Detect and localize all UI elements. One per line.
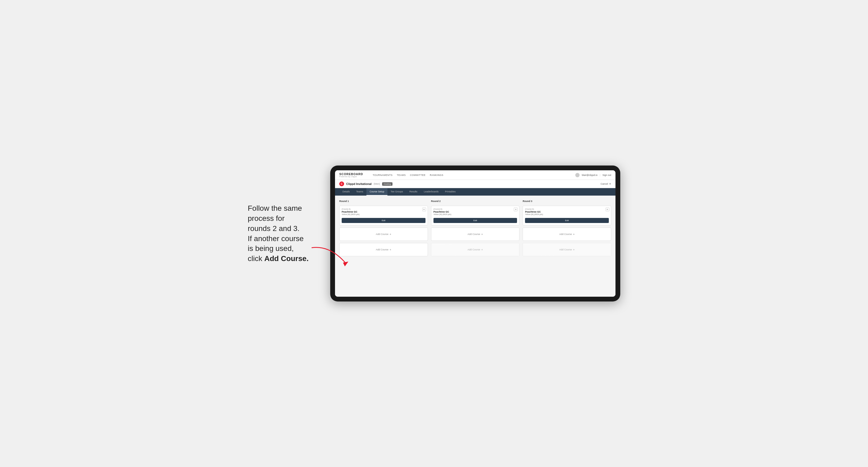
round-3-course-details: Yellow (M) (6629 yds) bbox=[525, 213, 609, 215]
tab-printables[interactable]: Printables bbox=[442, 188, 459, 195]
logo-scoreboard: SCOREBOARD bbox=[339, 173, 363, 176]
round-2-add-course-plus-2: + bbox=[482, 248, 483, 251]
instruction-line2: process for bbox=[248, 214, 285, 222]
round-1-column: Round 1 ✕ (Course A) Peachtree GC Yellow… bbox=[339, 200, 428, 256]
nav-link-rankings[interactable]: RANKINGS bbox=[430, 173, 443, 177]
round-3-add-course-plus-2: + bbox=[573, 248, 575, 251]
round-2-remove-button[interactable]: ✕ bbox=[514, 208, 518, 211]
round-1-add-course-1[interactable]: Add Course + bbox=[339, 227, 428, 241]
round-3-course-label: (Course A) bbox=[525, 208, 609, 210]
instruction-line3: rounds 2 and 3. bbox=[248, 224, 300, 232]
round-1-label: Round 1 bbox=[339, 200, 428, 203]
nav-link-committee[interactable]: COMMITTEE bbox=[410, 173, 426, 177]
round-2-course-label: (Course A) bbox=[433, 208, 517, 210]
user-avatar bbox=[575, 173, 580, 177]
round-3-label: Round 3 bbox=[523, 200, 611, 203]
instruction-bold: Add Course. bbox=[264, 254, 308, 262]
logo-sub: Powered by clippd bbox=[339, 176, 363, 178]
user-email: blair@clippd.io bbox=[582, 174, 597, 177]
sub-header-left: C Clippd Invitational (Men) Hosting bbox=[339, 182, 393, 186]
logo-area: SCOREBOARD Powered by clippd bbox=[339, 173, 363, 178]
event-name: Clippd Invitational bbox=[346, 182, 371, 185]
page-container: Follow the same process for rounds 2 and… bbox=[248, 165, 620, 302]
round-2-add-course-2: Add Course + bbox=[431, 243, 520, 256]
round-2-add-course-text-2: Add Course + bbox=[468, 248, 483, 251]
round-2-edit-button[interactable]: Edit bbox=[433, 218, 517, 223]
round-1-remove-button[interactable]: ✕ bbox=[422, 208, 426, 211]
nav-links: TOURNAMENTS TEAMS COMMITTEE RANKINGS bbox=[373, 173, 570, 177]
instruction-line6: click bbox=[248, 254, 264, 262]
round-2-add-course-label-2: Add Course bbox=[468, 248, 480, 251]
round-1-course-card: ✕ (Course A) Peachtree GC Yellow (M) (66… bbox=[339, 206, 428, 225]
round-3-add-course-2: Add Course + bbox=[523, 243, 611, 256]
round-2-add-course-1[interactable]: Add Course + bbox=[431, 227, 520, 241]
round-2-course-card: ✕ (Course A) Peachtree GC Yellow (M) (66… bbox=[431, 206, 520, 225]
round-2-add-course-plus-1: + bbox=[482, 233, 483, 236]
sub-header: C Clippd Invitational (Men) Hosting Canc… bbox=[335, 180, 616, 188]
round-1-add-course-2[interactable]: Add Course + bbox=[339, 243, 428, 256]
round-2-label: Round 2 bbox=[431, 200, 520, 203]
round-3-add-course-label-2: Add Course bbox=[559, 248, 572, 251]
nav-right: blair@clippd.io | Sign out bbox=[575, 173, 611, 177]
round-1-add-course-text-2: Add Course + bbox=[376, 248, 391, 251]
round-1-edit-button[interactable]: Edit bbox=[342, 218, 426, 223]
round-1-add-course-label-2: Add Course bbox=[376, 248, 389, 251]
round-2-add-course-label-1: Add Course bbox=[468, 233, 480, 236]
sign-out-link[interactable]: Sign out bbox=[602, 174, 611, 177]
instruction-line4: If another course bbox=[248, 235, 304, 243]
round-1-course-name: Peachtree GC bbox=[342, 211, 426, 213]
round-3-add-course-1[interactable]: Add Course + bbox=[523, 227, 611, 241]
round-1-add-course-label-1: Add Course bbox=[376, 233, 389, 236]
round-3-remove-button[interactable]: ✕ bbox=[606, 208, 609, 211]
round-2-course-name: Peachtree GC bbox=[433, 211, 517, 213]
instruction-panel: Follow the same process for rounds 2 and… bbox=[248, 203, 330, 264]
round-2-course-details: Yellow (M) (6629 yds) bbox=[433, 213, 517, 215]
round-1-course-details: Yellow (M) (6629 yds) bbox=[342, 213, 426, 215]
round-3-add-course-plus-1: + bbox=[573, 233, 575, 236]
tablet-screen: SCOREBOARD Powered by clippd TOURNAMENTS… bbox=[335, 170, 616, 297]
tab-details[interactable]: Details bbox=[339, 188, 353, 195]
main-content: Round 1 ✕ (Course A) Peachtree GC Yellow… bbox=[335, 195, 616, 297]
round-1-add-course-plus-2: + bbox=[390, 248, 391, 251]
top-nav: SCOREBOARD Powered by clippd TOURNAMENTS… bbox=[335, 170, 616, 180]
round-3-add-course-label-1: Add Course bbox=[559, 233, 572, 236]
round-3-column: Round 3 ✕ (Course A) Peachtree GC Yellow… bbox=[523, 200, 611, 256]
tab-teams[interactable]: Teams bbox=[353, 188, 367, 195]
nav-separator: | bbox=[600, 174, 600, 177]
nav-link-tournaments[interactable]: TOURNAMENTS bbox=[373, 173, 393, 177]
hosting-badge: Hosting bbox=[382, 182, 393, 186]
round-1-add-course-text-1: Add Course + bbox=[376, 233, 391, 236]
tab-tee-groups[interactable]: Tee Groups bbox=[388, 188, 406, 195]
nav-link-teams[interactable]: TEAMS bbox=[397, 173, 406, 177]
round-1-add-course-plus-1: + bbox=[390, 233, 391, 236]
tab-bar: Details Teams Course Setup Tee Groups Re… bbox=[335, 188, 616, 195]
round-3-add-course-text-2: Add Course + bbox=[559, 248, 575, 251]
tab-leaderboards[interactable]: Leaderboards bbox=[421, 188, 442, 195]
round-3-course-name: Peachtree GC bbox=[525, 211, 609, 213]
round-2-add-course-text-1: Add Course + bbox=[468, 233, 483, 236]
tab-results[interactable]: Results bbox=[406, 188, 421, 195]
clippd-logo: C bbox=[339, 182, 344, 186]
round-3-edit-button[interactable]: Edit bbox=[525, 218, 609, 223]
cancel-button[interactable]: Cancel ✕ bbox=[600, 183, 611, 185]
event-type: (Men) bbox=[374, 183, 380, 185]
tab-course-setup[interactable]: Course Setup bbox=[366, 188, 388, 195]
cancel-label: Cancel bbox=[600, 183, 608, 185]
instruction-line5: is being used, bbox=[248, 244, 294, 252]
round-2-column: Round 2 ✕ (Course A) Peachtree GC Yellow… bbox=[431, 200, 520, 256]
round-1-course-label: (Course A) bbox=[342, 208, 426, 210]
round-3-add-course-text-1: Add Course + bbox=[559, 233, 575, 236]
instruction-text: Follow the same process for rounds 2 and… bbox=[248, 203, 330, 264]
tablet-frame: SCOREBOARD Powered by clippd TOURNAMENTS… bbox=[330, 165, 620, 302]
instruction-line1: Follow the same bbox=[248, 204, 302, 212]
round-3-course-card: ✕ (Course A) Peachtree GC Yellow (M) (66… bbox=[523, 206, 611, 225]
rounds-grid: Round 1 ✕ (Course A) Peachtree GC Yellow… bbox=[339, 200, 611, 256]
cancel-icon: ✕ bbox=[609, 183, 611, 185]
